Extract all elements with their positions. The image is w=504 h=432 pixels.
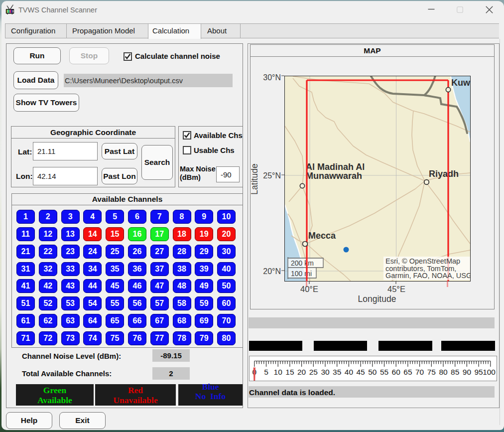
svg-text:20: 20: [297, 368, 306, 376]
svg-text:35: 35: [333, 368, 341, 376]
svg-text:70: 70: [415, 368, 424, 376]
svg-text:50: 50: [368, 368, 377, 376]
svg-text:45: 45: [356, 368, 365, 376]
svg-text:5: 5: [264, 368, 268, 376]
svg-text:80: 80: [439, 368, 448, 376]
svg-text:65: 65: [403, 368, 412, 376]
svg-text:60: 60: [392, 368, 401, 376]
svg-text:10: 10: [274, 368, 283, 376]
svg-text:95: 95: [474, 368, 483, 376]
svg-text:85: 85: [451, 368, 459, 376]
svg-text:55: 55: [380, 368, 388, 376]
svg-text:90: 90: [463, 368, 472, 376]
svg-text:30: 30: [321, 368, 330, 376]
svg-text:100: 100: [483, 368, 496, 376]
svg-text:25: 25: [309, 368, 318, 376]
svg-text:40: 40: [345, 368, 354, 376]
svg-text:15: 15: [285, 368, 294, 376]
svg-text:75: 75: [427, 368, 436, 376]
